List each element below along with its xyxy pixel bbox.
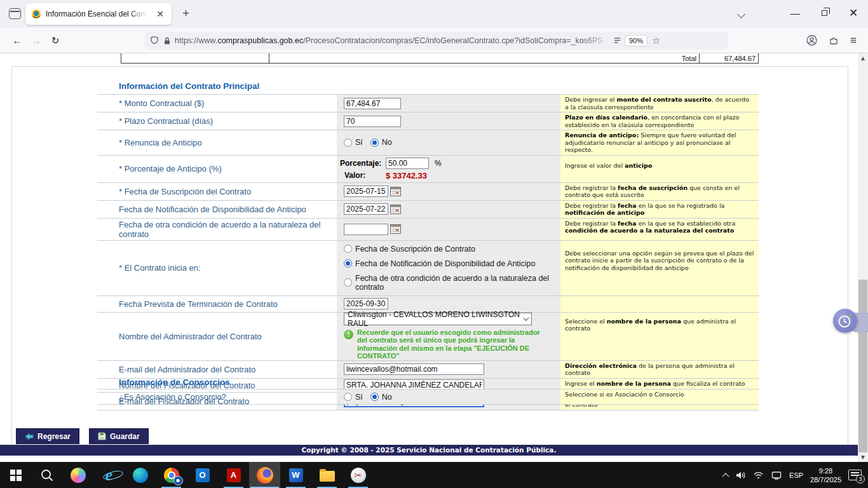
forward-button[interactable]: →: [27, 35, 46, 46]
consorcio-si-radio[interactable]: [344, 393, 352, 401]
plazo-help: Plazo en días calendario, en concordanci…: [560, 112, 759, 130]
fecha-otra-input[interactable]: [344, 224, 388, 235]
reload-button[interactable]: ↻: [46, 35, 65, 46]
row-fecha-suscripcion: * Fecha de Suscripción del Contrato Debe…: [97, 183, 759, 201]
consorcio-no-label: No: [382, 393, 392, 402]
calendar-icon[interactable]: [390, 205, 401, 214]
consorcio-no-radio[interactable]: [370, 393, 379, 401]
row-fecha-notificacion: Fecha de Notificación de Disponibilidad …: [97, 201, 759, 219]
menu-icon[interactable]: ≡: [850, 34, 857, 47]
monto-label: * Monto Contractual ($): [97, 95, 337, 112]
tab-title: Información Esencial del Contra: [46, 10, 147, 18]
minimize-button[interactable]: —: [780, 0, 810, 25]
chrome-icon: ☻: [164, 468, 179, 483]
taskbar-chrome[interactable]: ☻: [156, 462, 187, 488]
close-button[interactable]: ✕: [839, 0, 868, 25]
renuncia-si-radio[interactable]: [344, 139, 352, 147]
shield-icon[interactable]: [150, 36, 159, 45]
browser-tab[interactable]: Información Esencial del Contra ✕: [25, 3, 172, 25]
fecha-notificacion-input[interactable]: [344, 203, 388, 215]
row-porcentaje: * Porcentaje de Anticipo (%) Porcentaje:…: [97, 156, 759, 183]
acrobat-icon: A: [227, 468, 241, 482]
restore-button[interactable]: [810, 0, 839, 25]
administrador-note: ! Recuerde que el usuario escogido como …: [344, 329, 547, 360]
restore-icon: [822, 10, 827, 16]
scroll-down-arrow[interactable]: ▼: [858, 452, 868, 462]
inicia-option-radio[interactable]: [344, 245, 352, 253]
snipping-tool-icon: ✂: [351, 468, 366, 483]
total-label: Total: [269, 53, 700, 63]
taskbar-internet-explorer[interactable]: e: [93, 462, 125, 488]
firefox-view-icon[interactable]: [9, 8, 21, 19]
administrador-select[interactable]: Cliwinsgton - CEVALLOS MORENO LIWINSGTON…: [344, 313, 532, 325]
regresar-label: Regresar: [37, 432, 71, 441]
file-explorer-icon: [320, 471, 335, 482]
clock[interactable]: 9:28 28/7/2025: [810, 466, 841, 484]
porcentaje-input[interactable]: [386, 158, 429, 169]
tab-list-chevron-icon[interactable]: [737, 10, 745, 18]
taskbar-edge[interactable]: [125, 462, 156, 488]
tab-close-icon[interactable]: ✕: [154, 8, 166, 20]
back-arrow-icon: [25, 433, 34, 440]
inicia-option-radio[interactable]: [344, 278, 352, 287]
wifi-icon[interactable]: [753, 470, 764, 480]
guardar-button[interactable]: Guardar: [89, 428, 149, 444]
section-title-contract: Información del Contrato Principal: [119, 81, 259, 91]
url-text[interactable]: https://www.compraspublicas.gob.ec/Proce…: [175, 36, 613, 45]
taskbar-file-explorer[interactable]: [311, 462, 342, 488]
start-button[interactable]: [0, 462, 31, 488]
taskbar-copilot[interactable]: [62, 462, 93, 488]
url-bar[interactable]: https://www.compraspublicas.gob.ec/Proce…: [145, 32, 728, 50]
taskbar-acrobat[interactable]: A: [218, 462, 249, 488]
screen-time-widget[interactable]: [833, 309, 857, 333]
monto-input[interactable]: [344, 98, 401, 109]
back-button[interactable]: ←: [8, 35, 27, 46]
inicia-option-label: Fecha de otra condición de acuerdo a la …: [355, 274, 553, 292]
fecha-prevista-input[interactable]: [344, 298, 388, 309]
totals-table-row: Total 67,484.67: [121, 53, 759, 64]
valor-value: $ 33742.33: [386, 171, 427, 180]
taskbar-firefox[interactable]: [249, 462, 280, 488]
fecha-notificacion-help: Debe registrar la fecha en la que se ha …: [560, 201, 759, 218]
fecha-prevista-label: Fecha Prevista de Terminación de Contrat…: [97, 296, 337, 312]
scrollbar-thumb[interactable]: [858, 280, 867, 452]
firefox-icon: [257, 467, 273, 484]
bookmark-star-icon[interactable]: ☆: [652, 35, 660, 46]
taskbar-snipping-tool[interactable]: ✂: [342, 462, 374, 488]
scroll-up-arrow[interactable]: ▲: [858, 53, 868, 63]
cast-icon[interactable]: [771, 470, 782, 480]
calendar-icon[interactable]: [390, 187, 401, 196]
fecha-suscripcion-help: Debe registrar la fecha de suscripción q…: [560, 183, 759, 200]
inicia-option-label: Fecha de Notificación de Disponibilidad …: [355, 259, 536, 268]
row-fecha-otra: Fecha de otra condición de acuerdo a la …: [97, 219, 759, 241]
renuncia-no-radio[interactable]: [370, 139, 379, 147]
fecha-suscripcion-input[interactable]: [344, 186, 388, 197]
new-tab-button[interactable]: +: [179, 6, 193, 20]
taskbar-outlook[interactable]: O: [187, 462, 218, 488]
inicia-option-radio[interactable]: [344, 259, 352, 268]
internet-explorer-icon: e: [105, 466, 113, 485]
windows-taskbar: e ☻ O A W ✂ ESP 9:28 28/7/2025 3: [0, 462, 868, 488]
zoom-level-badge[interactable]: 90%: [625, 35, 648, 46]
account-icon[interactable]: [806, 35, 817, 46]
taskbar-search[interactable]: [31, 462, 62, 488]
reader-mode-icon[interactable]: [613, 36, 621, 45]
notifications-icon[interactable]: 3: [848, 470, 862, 480]
tray-chevron-icon[interactable]: [722, 473, 729, 480]
language-indicator[interactable]: ESP: [789, 471, 803, 479]
lock-icon[interactable]: [163, 36, 171, 45]
speaker-icon[interactable]: [735, 470, 746, 480]
page-right-border: [848, 66, 848, 446]
row-email-admin: E-mail del Administrador del Contrato Di…: [97, 361, 759, 379]
inicia-label: * El Contrato inicia en:: [97, 241, 337, 295]
regresar-button[interactable]: Regresar: [16, 428, 79, 444]
extension-icon[interactable]: [829, 36, 839, 46]
consorcio-label: ¿Es Asociación o Consorcio?: [97, 390, 337, 404]
word-icon: W: [289, 468, 303, 482]
clock-icon: [837, 313, 853, 329]
email-admin-input[interactable]: [344, 363, 484, 375]
plazo-input[interactable]: [344, 116, 401, 127]
taskbar-word[interactable]: W: [280, 462, 311, 488]
calendar-icon[interactable]: [390, 224, 401, 234]
vertical-scrollbar[interactable]: ▲ ▼: [858, 53, 868, 462]
